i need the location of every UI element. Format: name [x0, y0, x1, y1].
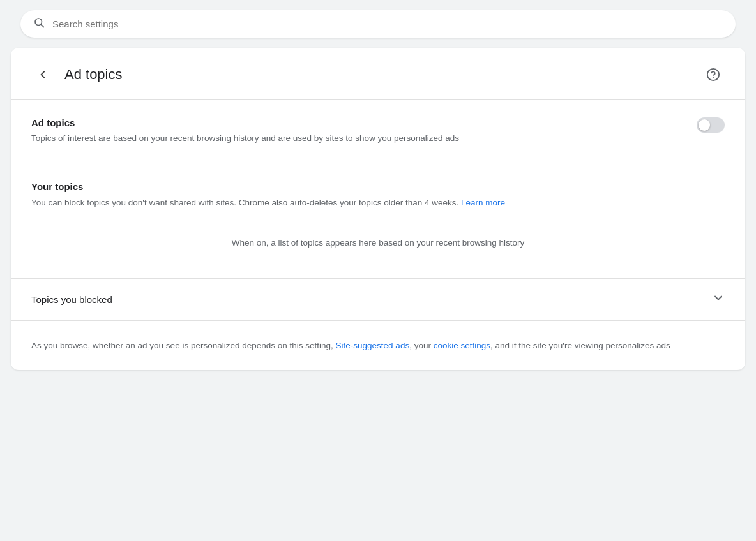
ad-topics-header-row: Ad topics Topics of interest are based o…: [31, 117, 725, 145]
search-icon: [33, 17, 45, 31]
your-topics-title: Your topics: [31, 181, 725, 192]
footer-section: As you browse, whether an ad you see is …: [11, 321, 745, 371]
svg-line-1: [41, 24, 43, 27]
ad-topics-toggle[interactable]: [697, 117, 725, 133]
page-title: Ad topics: [64, 66, 123, 83]
ad-topics-description: Topics of interest are based on your rec…: [31, 132, 459, 145]
your-topics-section: Your topics You can block topics you don…: [11, 163, 745, 279]
ad-topics-text-block: Ad topics Topics of interest are based o…: [31, 117, 459, 145]
chevron-down-icon: [712, 292, 725, 308]
learn-more-link[interactable]: Learn more: [461, 198, 505, 207]
your-topics-description: You can block topics you don't want shar…: [31, 196, 606, 210]
footer-text-part2: , your: [409, 341, 431, 350]
footer-text-part1: As you browse, whether an ad you see is …: [31, 341, 333, 350]
main-panel: Ad topics Ad topics Topics of interest a…: [11, 48, 745, 370]
toggle-thumb: [699, 119, 710, 131]
your-topics-desc-text: You can block topics you don't want shar…: [31, 198, 458, 207]
topics-blocked-title: Topics you blocked: [31, 294, 112, 305]
ad-topics-section: Ad topics Topics of interest are based o…: [11, 100, 745, 163]
footer-text-part3: , and if the site you're viewing persona…: [490, 341, 670, 350]
header-left: Ad topics: [31, 63, 123, 86]
footer-text: As you browse, whether an ad you see is …: [31, 339, 725, 353]
ad-topics-title: Ad topics: [31, 117, 459, 128]
search-bar-container: [0, 0, 756, 48]
panel-header: Ad topics: [11, 48, 745, 100]
help-button[interactable]: [702, 63, 725, 86]
topics-empty-message: When on, a list of topics appears here b…: [31, 225, 725, 260]
back-button[interactable]: [31, 63, 54, 86]
search-input[interactable]: [52, 19, 723, 29]
cookie-settings-link[interactable]: cookie settings: [434, 341, 490, 350]
search-bar: [20, 10, 736, 38]
topics-blocked-section[interactable]: Topics you blocked: [11, 279, 745, 321]
site-suggested-ads-link[interactable]: Site-suggested ads: [336, 341, 410, 350]
